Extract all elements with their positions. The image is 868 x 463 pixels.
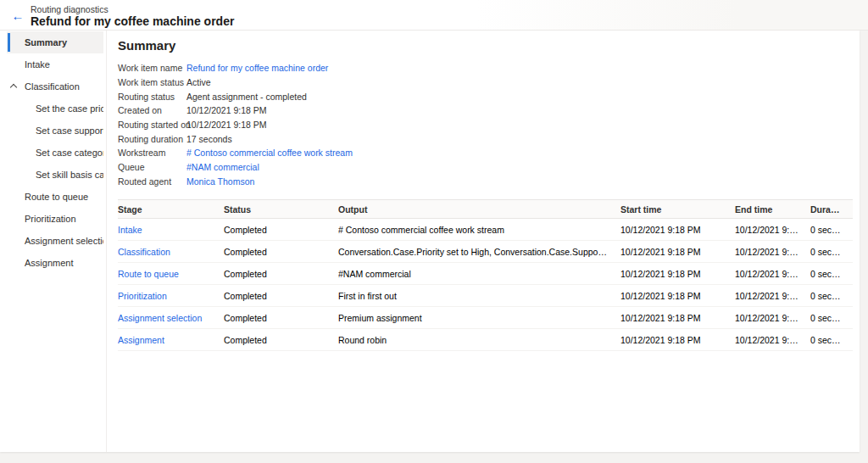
sidebar-item-set-case-category[interactable]: Set case category... bbox=[7, 142, 103, 164]
cell-start_time: 10/12/2021 9:18 PM bbox=[620, 291, 735, 301]
summary-field-list: Work item nameRefund for my coffee machi… bbox=[118, 61, 860, 188]
sidebar-item-set-skill-basis-cas[interactable]: Set skill basis cas... bbox=[7, 164, 103, 186]
section-heading: Summary bbox=[118, 38, 860, 53]
field-label-routing-duration: Routing duration bbox=[118, 134, 186, 144]
field-value-work-item-name[interactable]: Refund for my coffee machine order bbox=[186, 63, 860, 73]
field-value-routed-agent[interactable]: Monica Thomson bbox=[186, 176, 860, 187]
stage-link-assignment-selection[interactable]: Assignment selection bbox=[118, 313, 224, 323]
field-label-routing-started-on: Routing started on bbox=[118, 120, 186, 130]
sidebar-item-summary[interactable]: Summary bbox=[7, 31, 103, 53]
cell-end_time: 10/12/2021 9:18 PM bbox=[735, 269, 810, 279]
table-row: PrioritizationCompletedFirst in first ou… bbox=[118, 285, 853, 307]
breadcrumb: Routing diagnostics bbox=[31, 4, 108, 14]
field-value-work-item-status: Active bbox=[186, 77, 860, 87]
cell-end_time: 10/12/2021 9:18 PM bbox=[735, 225, 810, 235]
cell-end_time: 10/12/2021 9:18 PM bbox=[735, 291, 810, 301]
column-header-end-time: End time bbox=[735, 204, 810, 215]
cell-start_time: 10/12/2021 9:18 PM bbox=[620, 269, 735, 279]
stage-link-intake[interactable]: Intake bbox=[118, 225, 224, 235]
cell-status: Completed bbox=[224, 247, 338, 257]
cell-end_time: 10/12/2021 9:18 PM bbox=[735, 247, 810, 257]
sidebar-item-label: Set the case prior... bbox=[36, 103, 103, 114]
cell-status: Completed bbox=[224, 335, 338, 345]
cell-duration: 0 seconds bbox=[810, 225, 853, 235]
column-header-stage: Stage bbox=[118, 204, 224, 215]
column-header-status: Status bbox=[224, 204, 338, 215]
table-row: IntakeCompleted# Contoso commercial coff… bbox=[118, 219, 853, 241]
field-value-queue[interactable]: #NAM commercial bbox=[186, 162, 860, 172]
table-row: ClassificationCompletedConversation.Case… bbox=[118, 241, 853, 263]
field-label-created-on: Created on bbox=[118, 105, 186, 115]
cell-start_time: 10/12/2021 9:18 PM bbox=[620, 335, 735, 345]
sidebar-item-label: Summary bbox=[25, 37, 67, 47]
cell-duration: 0 seconds bbox=[810, 335, 853, 345]
field-label-work-item-name: Work item name bbox=[118, 63, 186, 73]
table-row: Route to queueCompleted#NAM commercial10… bbox=[118, 263, 853, 285]
cell-output: First in first out bbox=[338, 291, 620, 301]
column-header-start-time: Start time bbox=[620, 204, 735, 215]
field-label-queue: Queue bbox=[118, 162, 186, 172]
sidebar-item-label: Set case category... bbox=[36, 148, 103, 158]
field-value-created-on: 10/12/2021 9:18 PM bbox=[186, 105, 860, 115]
table-row: Assignment selectionCompletedPremium ass… bbox=[118, 307, 853, 329]
sidebar-item-label: Set case support ... bbox=[36, 126, 103, 136]
page-title: Refund for my coffee machine order bbox=[31, 14, 234, 28]
table-row: AssignmentCompletedRound robin10/12/2021… bbox=[118, 329, 853, 351]
sidebar-item-assignment-selection[interactable]: Assignment selection bbox=[7, 230, 103, 252]
chevron-up-icon bbox=[10, 84, 17, 91]
sidebar-item-prioritization[interactable]: Prioritization bbox=[7, 208, 103, 230]
stage-link-prioritization[interactable]: Prioritization bbox=[118, 291, 224, 301]
cell-output: Premium assignment bbox=[338, 313, 620, 323]
cell-status: Completed bbox=[224, 269, 338, 279]
stage-link-assignment[interactable]: Assignment bbox=[118, 335, 224, 345]
field-label-routing-status: Routing status bbox=[118, 92, 186, 102]
cell-duration: 0 seconds bbox=[810, 291, 853, 301]
sidebar-item-intake[interactable]: Intake bbox=[7, 53, 103, 75]
cell-duration: 0 seconds bbox=[810, 247, 853, 257]
sidebar-item-label: Prioritization bbox=[25, 214, 76, 224]
stage-table-header-row: StageStatusOutputStart timeEnd timeDurat… bbox=[118, 199, 853, 219]
sidebar-item-route-to-queue[interactable]: Route to queue bbox=[7, 186, 103, 208]
field-value-workstream[interactable]: # Contoso commercial coffee work stream bbox=[186, 148, 860, 158]
back-button[interactable]: ← bbox=[8, 7, 27, 25]
sidebar-item-label: Set skill basis cas... bbox=[36, 170, 103, 180]
main-content: Summary Work item nameRefund for my coff… bbox=[108, 31, 860, 452]
field-value-routing-started-on: 10/12/2021 9:18 PM bbox=[186, 120, 860, 130]
cell-status: Completed bbox=[224, 313, 338, 323]
sidebar-item-label: Route to queue bbox=[25, 192, 88, 202]
field-value-routing-status: Agent assignment - completed bbox=[186, 92, 860, 102]
app-card: SummaryIntakeClassificationSet the case … bbox=[0, 31, 860, 452]
cell-start_time: 10/12/2021 9:18 PM bbox=[620, 313, 735, 323]
column-header-output: Output bbox=[338, 204, 620, 215]
cell-end_time: 10/12/2021 9:18 PM bbox=[735, 335, 810, 345]
sidebar-nav: SummaryIntakeClassificationSet the case … bbox=[0, 31, 107, 452]
stage-table: StageStatusOutputStart timeEnd timeDurat… bbox=[118, 199, 853, 351]
field-value-routing-duration: 17 seconds bbox=[186, 134, 860, 144]
cell-duration: 0 seconds bbox=[810, 269, 853, 279]
page-header: ← Routing diagnostics Refund for my coff… bbox=[0, 0, 868, 31]
cell-start_time: 10/12/2021 9:18 PM bbox=[620, 225, 735, 235]
stage-link-classification[interactable]: Classification bbox=[118, 247, 224, 257]
column-header-duration: Duration bbox=[810, 204, 853, 215]
sidebar-item-assignment[interactable]: Assignment bbox=[7, 252, 103, 274]
cell-start_time: 10/12/2021 9:18 PM bbox=[620, 247, 735, 257]
cell-output: # Contoso commercial coffee work stream bbox=[338, 225, 620, 235]
cell-duration: 0 seconds bbox=[810, 313, 853, 323]
cell-output: Conversation.Case.Priority set to High, … bbox=[338, 247, 620, 257]
field-label-work-item-status: Work item status bbox=[118, 77, 186, 87]
stage-link-route-to-queue[interactable]: Route to queue bbox=[118, 269, 224, 279]
cell-output: #NAM commercial bbox=[338, 269, 620, 279]
sidebar-item-label: Assignment bbox=[25, 258, 73, 268]
field-label-workstream: Workstream bbox=[118, 148, 186, 158]
cell-status: Completed bbox=[224, 291, 338, 301]
sidebar-item-label: Assignment selection bbox=[25, 236, 103, 246]
cell-end_time: 10/12/2021 9:18 PM bbox=[735, 313, 810, 323]
sidebar-item-label: Classification bbox=[25, 81, 80, 92]
sidebar-item-set-case-support[interactable]: Set case support ... bbox=[7, 120, 103, 142]
sidebar-item-label: Intake bbox=[25, 59, 50, 70]
sidebar-item-classification[interactable]: Classification bbox=[7, 75, 103, 98]
cell-output: Round robin bbox=[338, 335, 620, 345]
sidebar-item-set-the-case-prior[interactable]: Set the case prior... bbox=[7, 98, 103, 120]
cell-status: Completed bbox=[224, 225, 338, 235]
field-label-routed-agent: Routed agent bbox=[118, 176, 186, 187]
